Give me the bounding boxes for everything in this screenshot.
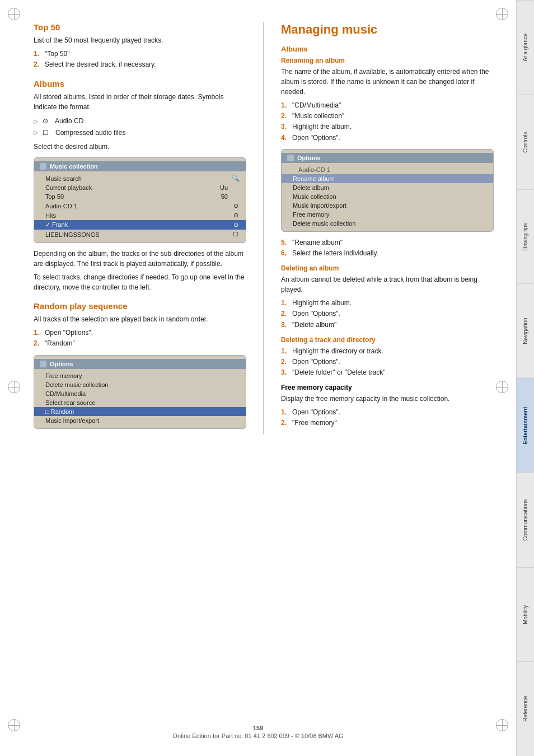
list-item: Rename album xyxy=(282,174,493,183)
list-item: 2.Open "Options". xyxy=(281,309,494,319)
list-item: 5."Rename album" xyxy=(281,237,494,248)
list-item: 1."Top 50" xyxy=(34,49,246,59)
list-item: 1."CD/Multimedia" xyxy=(281,100,494,111)
tab-communications[interactable]: Communications xyxy=(517,473,534,567)
list-item: 2."Free memory" xyxy=(281,418,494,428)
rename-steps2: 5."Rename album"6.Select the letters ind… xyxy=(281,237,494,259)
mid-mark-l xyxy=(8,381,20,393)
list-item: Music import/export xyxy=(282,201,493,210)
top50-steps: 1."Top 50"2.Select the desired track, if… xyxy=(34,49,246,70)
album-desc3: To select tracks, change directories if … xyxy=(34,272,246,292)
list-item: CD/Multimedia xyxy=(34,389,246,398)
list-item: Music search🔍 xyxy=(34,174,246,183)
albums-bullets: ▷⊙Audio CD▷☐Compressed audio files xyxy=(34,115,246,138)
random-desc: All tracks of the selection are played b… xyxy=(34,314,246,324)
list-item: LIEBLINGSSONGS☐ xyxy=(34,230,246,239)
delete-track-steps: 1.Highlight the directory or track.2.Ope… xyxy=(281,346,494,379)
delete-album-desc: An album cannot be deleted while a track… xyxy=(281,274,494,295)
rename-desc: The name of the album, if available, is … xyxy=(281,67,494,97)
list-item: 1.Highlight the album. xyxy=(281,298,494,309)
rename-steps: 1."CD/Multimedia"2."Music collection"3.H… xyxy=(281,100,494,143)
screenshot3-icon xyxy=(287,155,294,161)
screenshot3-above: Audio-CD 1 xyxy=(282,165,493,174)
list-item: Music collection xyxy=(282,192,493,201)
list-item: ▷☐Compressed audio files xyxy=(34,127,246,138)
tab-at-a-glance[interactable]: At a glance xyxy=(517,0,534,95)
tab-mobility[interactable]: Mobility xyxy=(517,567,534,662)
tab-entertainment[interactable]: Entertainment xyxy=(517,378,534,473)
albums-heading-right: Albums xyxy=(281,45,494,53)
mid-mark-r xyxy=(496,381,508,393)
list-item: 6.Select the letters individually. xyxy=(281,248,494,259)
list-item: 2."Random" xyxy=(34,338,246,349)
top50-desc: List of the 50 most frequently played tr… xyxy=(34,35,246,45)
list-item: Current playbackUu xyxy=(34,183,246,192)
list-item: 2.Open "Options". xyxy=(281,357,494,367)
list-item: 3."Delete folder" or "Delete track" xyxy=(281,367,494,378)
rename-heading: Renaming an album xyxy=(281,57,494,64)
album-desc2: Depending on the album, the tracks or th… xyxy=(34,249,246,269)
screenshot-options-random: Options Free memoryDelete music collecti… xyxy=(34,355,246,429)
corner-mark-tl xyxy=(8,8,20,20)
list-item: Audio-CD 1⊙ xyxy=(34,201,246,211)
list-item: ▷⊙Audio CD xyxy=(34,115,246,127)
screenshot-music-collection: Music collection Music search🔍Current pl… xyxy=(34,157,246,243)
page-footer: 159 Online Edition for Part no. 01 41 2 … xyxy=(0,725,516,739)
free-memory-desc: Display the free memory capacity in the … xyxy=(281,394,494,404)
page-number: 159 xyxy=(0,725,516,731)
tab-bar: At a glanceControlsDriving tipsNavigatio… xyxy=(516,0,534,756)
list-item: Top 5050 xyxy=(34,192,246,201)
list-item: 4.Open "Options". xyxy=(281,133,494,143)
left-column: Top 50 List of the 50 most frequently pl… xyxy=(34,22,246,435)
screenshot1-icon xyxy=(40,163,46,170)
delete-album-heading: Deleting an album xyxy=(281,264,494,272)
edition-text: Online Edition for Part no. 01 41 2 602 … xyxy=(0,732,516,739)
screenshot1-title: Music collection xyxy=(34,161,246,171)
albums-select: Select the desired album. xyxy=(34,142,246,152)
right-column: Managing music Albums Renaming an album … xyxy=(263,22,494,435)
list-item: 3."Delete album" xyxy=(281,320,494,330)
list-item: Delete music collection xyxy=(34,380,246,389)
list-item: □ Random xyxy=(34,407,246,416)
tab-driving-tips[interactable]: Driving tips xyxy=(517,189,534,284)
albums-desc: All stored albums, listed in order of th… xyxy=(34,92,246,112)
free-memory-heading: Free memory capacity xyxy=(281,384,494,391)
list-item: 1.Open "Options". xyxy=(34,328,246,338)
delete-album-steps: 1.Highlight the album.2.Open "Options".3… xyxy=(281,298,494,330)
top50-heading: Top 50 xyxy=(34,22,246,32)
page-heading: Managing music xyxy=(281,22,494,37)
list-item: Select rear source xyxy=(34,398,246,407)
tab-navigation[interactable]: Navigation xyxy=(517,283,534,378)
random-heading: Random play sequence xyxy=(34,301,246,311)
screenshot2-icon xyxy=(40,361,46,367)
tab-controls[interactable]: Controls xyxy=(517,95,534,189)
list-item: 1.Highlight the directory or track. xyxy=(281,346,494,357)
corner-mark-tr xyxy=(496,8,508,20)
albums-heading-left: Albums xyxy=(34,79,246,88)
list-item: Free memory xyxy=(34,371,246,380)
tab-reference[interactable]: Reference xyxy=(517,661,534,756)
list-item: ✓ Frank⊙ xyxy=(34,220,246,230)
screenshot-options-rename: Options Audio-CD 1 Rename albumDelete al… xyxy=(281,149,494,232)
free-memory-steps: 1.Open "Options".2."Free memory" xyxy=(281,407,494,428)
screenshot3-title: Options xyxy=(282,153,493,163)
list-item: Delete music collection xyxy=(282,219,493,228)
list-item: 1.Open "Options". xyxy=(281,407,494,418)
list-item: 3.Highlight the album. xyxy=(281,122,494,132)
list-item: Music import/export xyxy=(34,416,246,425)
list-item: Hits⊙ xyxy=(34,211,246,220)
random-steps: 1.Open "Options".2."Random" xyxy=(34,328,246,349)
list-item: Delete album xyxy=(282,183,493,192)
screenshot2-title: Options xyxy=(34,359,246,369)
delete-track-heading: Deleting a track and directory xyxy=(281,336,494,344)
list-item: 2.Select the desired track, if necessary… xyxy=(34,59,246,70)
list-item: Free memory xyxy=(282,210,493,219)
list-item: 2."Music collection" xyxy=(281,111,494,122)
